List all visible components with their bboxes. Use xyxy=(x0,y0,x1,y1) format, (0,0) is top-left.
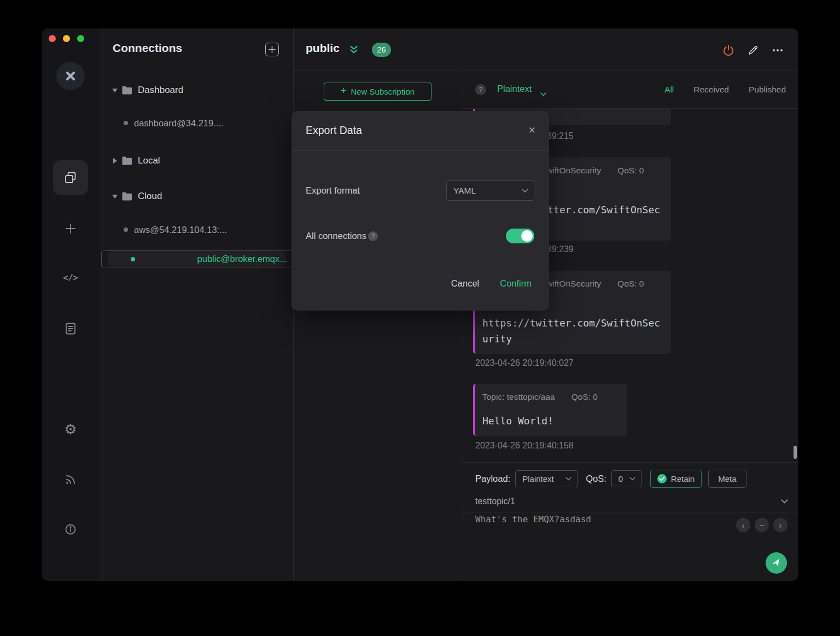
edit-icon[interactable] xyxy=(746,43,760,57)
info-icon xyxy=(64,523,77,536)
export-data-dialog: Export Data ✕ Export format YAML All con… xyxy=(291,111,549,311)
mqttx-logo xyxy=(56,62,85,90)
chevron-down-icon xyxy=(112,195,118,199)
chevron-down-icon xyxy=(540,89,546,98)
payload-format-value: Plaintext xyxy=(522,474,554,483)
message-qos: QoS: 0 xyxy=(571,391,598,403)
toggle-knob xyxy=(521,230,533,242)
tab-published[interactable]: Published xyxy=(749,85,786,95)
connections-nav-button[interactable] xyxy=(53,160,88,195)
minus-icon[interactable]: − xyxy=(755,518,769,532)
connections-panel-title: Connections xyxy=(113,42,182,55)
cancel-button[interactable]: Cancel xyxy=(451,278,479,289)
arrow-right-icon[interactable]: › xyxy=(773,518,788,532)
connection-label: dashboard@34.219.... xyxy=(134,118,224,129)
script-nav-button[interactable]: </> xyxy=(53,260,88,295)
dialog-title: Export Data xyxy=(306,124,362,137)
paper-plane-icon xyxy=(770,557,783,569)
folder-icon xyxy=(122,86,132,95)
message-qos: QoS: 0 xyxy=(617,278,644,290)
log-nav-button[interactable] xyxy=(53,311,88,346)
status-dot-connected xyxy=(131,257,135,261)
message-timestamp: 2023-04-26 20:19:40:027 xyxy=(475,358,574,369)
connection-row-aws[interactable]: aws@54.219.104.13:... xyxy=(101,214,293,245)
payload-editor[interactable]: What's the EMQX?asdasd xyxy=(475,514,591,524)
folder-row-local[interactable]: Local xyxy=(101,145,293,176)
qos-value: 0 xyxy=(619,474,623,483)
connection-title: public xyxy=(306,42,340,55)
status-dot xyxy=(124,227,128,232)
topic-value: testtopic/1 xyxy=(475,497,515,506)
retain-button[interactable]: Retain xyxy=(650,470,702,488)
folder-label: Local xyxy=(138,155,160,166)
more-options-icon[interactable] xyxy=(771,43,785,57)
zoom-window-button[interactable] xyxy=(77,35,84,42)
payload-format-select[interactable]: Plaintext xyxy=(515,470,578,487)
new-subscription-button[interactable]: + New Subscription xyxy=(324,83,431,101)
publish-options-row: Payload: Plaintext QoS: 0 Retain xyxy=(475,470,746,488)
folder-icon xyxy=(122,156,132,165)
dialog-footer: Cancel Confirm xyxy=(451,278,532,289)
topic-input[interactable]: testtopic/1 xyxy=(475,494,788,509)
message-count-badge: 26 xyxy=(372,43,391,57)
dialog-header: Export Data ✕ xyxy=(291,111,549,151)
close-icon[interactable]: ✕ xyxy=(528,125,536,136)
editor-controls: ‹ − › xyxy=(736,518,788,532)
connections-icon xyxy=(63,171,78,185)
tab-all[interactable]: All xyxy=(664,85,674,95)
connection-label: public@broker.emqx... xyxy=(197,254,287,264)
gear-icon: ⚙ xyxy=(64,422,77,436)
message-topic: Topic: testtopic/aaa xyxy=(482,391,555,403)
payload-label: Payload: xyxy=(475,474,510,484)
plus-icon: + xyxy=(341,85,347,97)
help-icon[interactable]: ? xyxy=(368,231,378,241)
folder-icon xyxy=(122,192,132,201)
plus-square-icon xyxy=(269,46,276,53)
tab-received[interactable]: Received xyxy=(693,85,729,95)
chevron-down-icon xyxy=(522,189,528,193)
export-format-select[interactable]: YAML xyxy=(446,180,534,201)
help-icon[interactable]: ? xyxy=(475,84,486,95)
about-nav-button[interactable] xyxy=(53,512,88,547)
send-button[interactable] xyxy=(766,552,787,574)
folder-label: Cloud xyxy=(138,191,162,202)
connections-panel: Connections Dashboard dashboard@34.219..… xyxy=(101,28,294,581)
chevron-down-icon xyxy=(565,477,571,481)
divider xyxy=(463,512,798,512)
connection-label: aws@54.219.104.13:... xyxy=(134,225,227,235)
new-collection-button[interactable] xyxy=(265,43,279,56)
log-document-icon xyxy=(65,322,77,335)
meta-button[interactable]: Meta xyxy=(708,470,746,488)
export-format-value: YAML xyxy=(453,186,476,196)
arrow-left-icon[interactable]: ‹ xyxy=(736,518,750,532)
disconnect-icon[interactable] xyxy=(721,43,736,57)
all-connections-label: All connections xyxy=(306,231,366,241)
confirm-button[interactable]: Confirm xyxy=(500,278,532,289)
chevron-down-icon xyxy=(629,477,635,481)
message-topic-row: Topic: testtopic/aaa QoS: 0 xyxy=(482,391,620,403)
new-connection-button[interactable] xyxy=(53,211,88,246)
all-connections-toggle[interactable] xyxy=(506,229,534,243)
meta-label: Meta xyxy=(718,474,736,483)
qos-select[interactable]: 0 xyxy=(611,470,641,487)
feed-nav-button[interactable] xyxy=(53,462,88,497)
scrollbar-thumb[interactable] xyxy=(794,446,797,459)
icon-rail: </> ⚙ xyxy=(42,28,101,581)
plus-icon xyxy=(64,222,77,235)
message-format-filter[interactable]: Plaintext xyxy=(497,84,532,94)
folder-row-cloud[interactable]: Cloud xyxy=(101,181,293,212)
connection-row-dashboard[interactable]: dashboard@34.219.... xyxy=(101,108,293,138)
settings-nav-button[interactable]: ⚙ xyxy=(53,412,88,447)
folder-label: Dashboard xyxy=(138,85,183,96)
collapse-chevrons-icon[interactable] xyxy=(348,45,359,56)
folder-row-dashboard[interactable]: Dashboard xyxy=(101,75,293,106)
minimize-window-button[interactable] xyxy=(63,35,70,42)
x-logo-icon xyxy=(63,69,78,83)
message-payload: Hello World! xyxy=(482,413,620,429)
mqttx-app-window: </> ⚙ Connections xyxy=(42,28,798,581)
message-payload: https://twitter.com/SwiftOnSecurity xyxy=(482,315,664,347)
chevron-down-icon[interactable] xyxy=(781,499,788,504)
close-window-button[interactable] xyxy=(49,35,56,42)
connection-row-public[interactable]: public@broker.emqx... xyxy=(101,250,293,267)
all-connections-row: All connections ? xyxy=(306,226,534,246)
